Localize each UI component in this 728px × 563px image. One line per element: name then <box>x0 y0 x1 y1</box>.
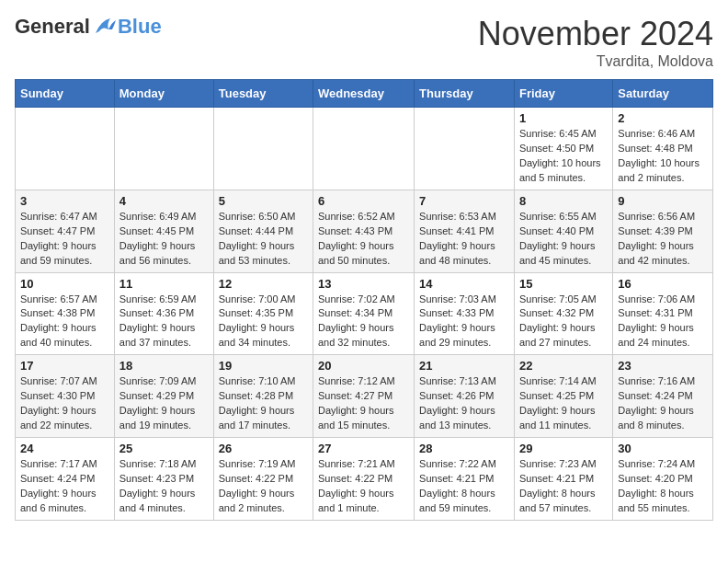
calendar-cell <box>16 108 115 190</box>
day-info: Sunrise: 6:53 AM Sunset: 4:41 PM Dayligh… <box>419 210 509 269</box>
day-number: 5 <box>219 194 308 208</box>
calendar-cell: 15Sunrise: 7:05 AM Sunset: 4:32 PM Dayli… <box>514 272 612 355</box>
day-number: 6 <box>318 194 409 208</box>
calendar-cell: 2Sunrise: 6:46 AM Sunset: 4:48 PM Daylig… <box>613 108 713 190</box>
day-number: 3 <box>20 194 109 208</box>
day-info: Sunrise: 7:02 AM Sunset: 4:34 PM Dayligh… <box>318 293 409 351</box>
day-info: Sunrise: 7:16 AM Sunset: 4:24 PM Dayligh… <box>618 374 708 433</box>
day-number: 23 <box>618 359 708 373</box>
day-info: Sunrise: 7:13 AM Sunset: 4:26 PM Dayligh… <box>419 374 509 433</box>
logo-bird-icon <box>92 17 118 37</box>
calendar-cell: 4Sunrise: 6:49 AM Sunset: 4:45 PM Daylig… <box>114 190 213 272</box>
day-number: 12 <box>219 277 308 291</box>
calendar-week-row: 10Sunrise: 6:57 AM Sunset: 4:38 PM Dayli… <box>16 272 713 355</box>
calendar-table: SundayMondayTuesdayWednesdayThursdayFrid… <box>15 79 713 521</box>
weekday-header-sunday: Sunday <box>16 80 115 108</box>
calendar-cell: 19Sunrise: 7:10 AM Sunset: 4:28 PM Dayli… <box>213 355 313 438</box>
day-info: Sunrise: 7:17 AM Sunset: 4:24 PM Dayligh… <box>20 457 109 516</box>
day-number: 27 <box>318 442 409 455</box>
calendar-cell: 16Sunrise: 7:06 AM Sunset: 4:31 PM Dayli… <box>613 272 713 355</box>
weekday-header-saturday: Saturday <box>613 80 713 108</box>
calendar-week-row: 24Sunrise: 7:17 AM Sunset: 4:24 PM Dayli… <box>16 438 713 521</box>
calendar-cell: 7Sunrise: 6:53 AM Sunset: 4:41 PM Daylig… <box>415 190 515 272</box>
calendar-cell: 17Sunrise: 7:07 AM Sunset: 4:30 PM Dayli… <box>16 355 115 438</box>
location-text: Tvardita, Moldova <box>478 53 713 70</box>
day-number: 15 <box>519 277 608 291</box>
day-number: 17 <box>20 359 109 373</box>
weekday-header-monday: Monday <box>114 80 213 108</box>
calendar-week-row: 3Sunrise: 6:47 AM Sunset: 4:47 PM Daylig… <box>16 190 713 272</box>
day-info: Sunrise: 7:12 AM Sunset: 4:27 PM Dayligh… <box>318 374 409 433</box>
calendar-cell <box>213 108 313 190</box>
calendar-cell: 3Sunrise: 6:47 AM Sunset: 4:47 PM Daylig… <box>16 190 115 272</box>
weekday-header-tuesday: Tuesday <box>213 80 313 108</box>
logo-blue-text: Blue <box>118 15 162 39</box>
day-number: 8 <box>519 194 608 208</box>
day-info: Sunrise: 6:45 AM Sunset: 4:50 PM Dayligh… <box>519 127 608 186</box>
day-info: Sunrise: 6:46 AM Sunset: 4:48 PM Dayligh… <box>618 127 708 186</box>
day-info: Sunrise: 7:22 AM Sunset: 4:21 PM Dayligh… <box>419 457 509 516</box>
calendar-cell: 6Sunrise: 6:52 AM Sunset: 4:43 PM Daylig… <box>313 190 414 272</box>
calendar-week-row: 17Sunrise: 7:07 AM Sunset: 4:30 PM Dayli… <box>16 355 713 438</box>
calendar-cell: 14Sunrise: 7:03 AM Sunset: 4:33 PM Dayli… <box>415 272 515 355</box>
calendar-cell: 23Sunrise: 7:16 AM Sunset: 4:24 PM Dayli… <box>613 355 713 438</box>
day-info: Sunrise: 7:21 AM Sunset: 4:22 PM Dayligh… <box>318 457 409 516</box>
day-info: Sunrise: 6:56 AM Sunset: 4:39 PM Dayligh… <box>618 210 708 269</box>
day-number: 9 <box>618 194 708 208</box>
day-number: 19 <box>219 359 308 373</box>
day-info: Sunrise: 6:50 AM Sunset: 4:44 PM Dayligh… <box>219 210 308 269</box>
calendar-cell: 1Sunrise: 6:45 AM Sunset: 4:50 PM Daylig… <box>514 108 612 190</box>
day-info: Sunrise: 7:18 AM Sunset: 4:23 PM Dayligh… <box>119 457 209 516</box>
calendar-week-row: 1Sunrise: 6:45 AM Sunset: 4:50 PM Daylig… <box>16 108 713 190</box>
title-block: November 2024 Tvardita, Moldova <box>478 15 713 70</box>
calendar-cell: 21Sunrise: 7:13 AM Sunset: 4:26 PM Dayli… <box>415 355 515 438</box>
day-number: 16 <box>618 277 708 291</box>
calendar-cell: 25Sunrise: 7:18 AM Sunset: 4:23 PM Dayli… <box>114 438 213 521</box>
day-info: Sunrise: 7:05 AM Sunset: 4:32 PM Dayligh… <box>519 293 608 351</box>
page-header: General Blue November 2024 Tvardita, Mol… <box>15 15 713 70</box>
calendar-cell: 22Sunrise: 7:14 AM Sunset: 4:25 PM Dayli… <box>514 355 612 438</box>
day-info: Sunrise: 7:09 AM Sunset: 4:29 PM Dayligh… <box>119 374 209 433</box>
day-info: Sunrise: 7:19 AM Sunset: 4:22 PM Dayligh… <box>219 457 308 516</box>
day-info: Sunrise: 6:57 AM Sunset: 4:38 PM Dayligh… <box>20 293 109 351</box>
day-number: 21 <box>419 359 509 373</box>
day-number: 25 <box>119 442 209 455</box>
day-info: Sunrise: 7:06 AM Sunset: 4:31 PM Dayligh… <box>618 293 708 351</box>
month-title: November 2024 <box>478 15 713 53</box>
calendar-cell: 18Sunrise: 7:09 AM Sunset: 4:29 PM Dayli… <box>114 355 213 438</box>
day-number: 30 <box>618 442 708 455</box>
day-info: Sunrise: 7:10 AM Sunset: 4:28 PM Dayligh… <box>219 374 308 433</box>
weekday-header-friday: Friday <box>514 80 612 108</box>
logo-general-text: General <box>15 15 90 39</box>
day-number: 22 <box>519 359 608 373</box>
day-info: Sunrise: 7:23 AM Sunset: 4:21 PM Dayligh… <box>519 457 608 516</box>
calendar-cell: 27Sunrise: 7:21 AM Sunset: 4:22 PM Dayli… <box>313 438 414 521</box>
calendar-cell: 8Sunrise: 6:55 AM Sunset: 4:40 PM Daylig… <box>514 190 612 272</box>
calendar-cell: 12Sunrise: 7:00 AM Sunset: 4:35 PM Dayli… <box>213 272 313 355</box>
calendar-cell: 28Sunrise: 7:22 AM Sunset: 4:21 PM Dayli… <box>415 438 515 521</box>
day-info: Sunrise: 6:55 AM Sunset: 4:40 PM Dayligh… <box>519 210 608 269</box>
day-info: Sunrise: 7:03 AM Sunset: 4:33 PM Dayligh… <box>419 293 509 351</box>
calendar-cell: 24Sunrise: 7:17 AM Sunset: 4:24 PM Dayli… <box>16 438 115 521</box>
calendar-cell: 29Sunrise: 7:23 AM Sunset: 4:21 PM Dayli… <box>514 438 612 521</box>
day-number: 18 <box>119 359 209 373</box>
weekday-header-thursday: Thursday <box>415 80 515 108</box>
calendar-cell: 30Sunrise: 7:24 AM Sunset: 4:20 PM Dayli… <box>613 438 713 521</box>
weekday-header-wednesday: Wednesday <box>313 80 414 108</box>
day-info: Sunrise: 6:59 AM Sunset: 4:36 PM Dayligh… <box>119 293 209 351</box>
day-number: 1 <box>519 111 608 125</box>
day-number: 29 <box>519 442 608 455</box>
day-info: Sunrise: 6:49 AM Sunset: 4:45 PM Dayligh… <box>119 210 209 269</box>
day-number: 11 <box>119 277 209 291</box>
day-number: 24 <box>20 442 109 455</box>
logo: General Blue <box>15 15 162 39</box>
calendar-cell <box>415 108 515 190</box>
day-info: Sunrise: 6:47 AM Sunset: 4:47 PM Dayligh… <box>20 210 109 269</box>
weekday-header-row: SundayMondayTuesdayWednesdayThursdayFrid… <box>16 80 713 108</box>
day-info: Sunrise: 7:14 AM Sunset: 4:25 PM Dayligh… <box>519 374 608 433</box>
day-info: Sunrise: 7:00 AM Sunset: 4:35 PM Dayligh… <box>219 293 308 351</box>
day-number: 28 <box>419 442 509 455</box>
calendar-cell <box>114 108 213 190</box>
day-number: 20 <box>318 359 409 373</box>
day-info: Sunrise: 6:52 AM Sunset: 4:43 PM Dayligh… <box>318 210 409 269</box>
